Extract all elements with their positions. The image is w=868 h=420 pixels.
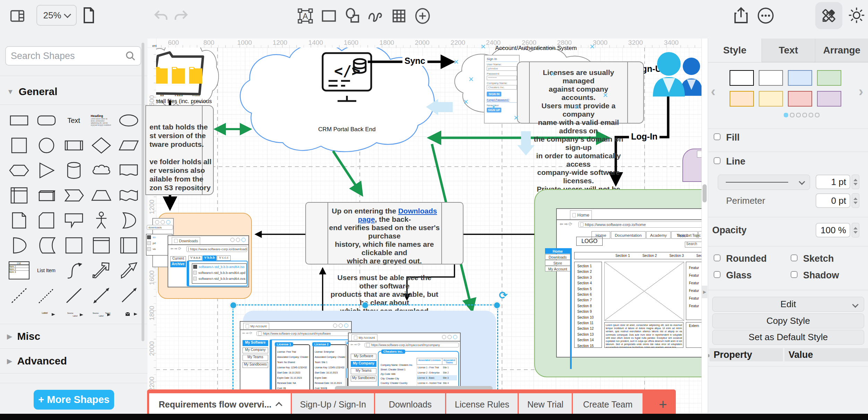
style-carousel-next-icon[interactable]: › xyxy=(859,84,863,99)
sync-label[interactable]: Sync xyxy=(402,56,427,66)
shape-tape[interactable] xyxy=(115,183,142,208)
share-icon[interactable] xyxy=(731,5,751,26)
page-tab[interactable]: New Trial xyxy=(519,393,572,415)
shape-horizontal-container[interactable] xyxy=(87,233,115,258)
shape-heading[interactable]: HeadingLorem ipsum dolor sit amet, conse… xyxy=(87,108,115,133)
version-tab[interactable]: V c.c.c xyxy=(217,255,231,261)
shape-triangle[interactable] xyxy=(33,158,60,183)
section-advanced[interactable]: ▶Advanced xyxy=(7,353,142,369)
shape-diamond[interactable] xyxy=(87,133,115,158)
perimeter-stepper[interactable] xyxy=(852,193,859,208)
page-insert-icon[interactable] xyxy=(80,6,97,25)
copy-style-button[interactable]: Copy Style xyxy=(712,313,864,328)
redo-icon[interactable] xyxy=(172,7,190,25)
carousel-dots[interactable] xyxy=(784,113,819,117)
file-link[interactable]: softwareA-std_b.b.b-amd64.iso xyxy=(192,264,246,270)
style-swatch[interactable] xyxy=(788,70,812,86)
shape-document[interactable] xyxy=(115,158,142,183)
canvas-vscrollbar[interactable] xyxy=(703,184,707,202)
section-general[interactable]: ▼General xyxy=(7,84,142,100)
perimeter-input[interactable]: 0 pt xyxy=(816,193,850,208)
shape-directional-arrow[interactable] xyxy=(115,283,142,308)
shape-vertical-container[interactable] xyxy=(115,233,142,258)
style-carousel-prev-icon[interactable]: ‹ xyxy=(711,84,715,99)
line-width-input[interactable]: 1 pt xyxy=(816,175,850,189)
page-tab-active[interactable]: Requirements flow overvi... xyxy=(149,393,291,415)
shape-dashed-line[interactable] xyxy=(5,283,33,308)
line-style-dropdown[interactable] xyxy=(718,175,810,190)
tab-text[interactable]: Text xyxy=(761,39,815,62)
shape-rounded-rectangle[interactable] xyxy=(33,108,60,133)
password-field[interactable]: ******** xyxy=(487,76,517,80)
home-nav[interactable]: Academy xyxy=(646,231,671,239)
opacity-stepper[interactable] xyxy=(852,223,859,237)
selection-handle[interactable] xyxy=(361,302,369,309)
page-tab[interactable]: License Rules xyxy=(446,393,518,415)
signin-button[interactable]: SIGN IN xyxy=(487,92,501,96)
text-tool-icon[interactable]: A xyxy=(296,6,315,26)
side-nav-store[interactable]: Store xyxy=(545,260,570,266)
shape-cube[interactable] xyxy=(33,183,60,208)
search-shapes-input[interactable]: Search Shapes xyxy=(5,46,141,66)
set-default-style-button[interactable]: Set as Default Style xyxy=(712,330,864,345)
shape-ellipse[interactable] xyxy=(115,108,142,133)
forgot-password-link[interactable]: Forgot Password? xyxy=(485,96,519,102)
glass-checkbox[interactable] xyxy=(714,271,721,278)
shape-text[interactable]: Text xyxy=(60,108,87,133)
shape-mail-link[interactable] xyxy=(115,308,142,320)
selection-handle[interactable] xyxy=(230,302,237,309)
sidebar-scrollbar[interactable] xyxy=(142,43,144,341)
version-tab[interactable]: V b.b.b xyxy=(203,255,216,261)
shape-container[interactable] xyxy=(60,233,87,258)
shape-list[interactable]: ListItem 1Item 2Item 3 xyxy=(5,258,33,283)
shapes-tool-icon[interactable] xyxy=(343,6,362,26)
shape-list-item[interactable]: List Item xyxy=(33,258,60,283)
add-page-button[interactable]: + xyxy=(655,396,671,413)
page-tab[interactable]: Downloads xyxy=(375,393,445,415)
shape-source-target-arrow[interactable]: SourceLabelTarget xyxy=(87,308,115,320)
rotate-handle-icon[interactable]: ⟳ xyxy=(499,289,508,301)
sketch-checkbox[interactable] xyxy=(791,254,798,261)
shape-curve[interactable] xyxy=(60,258,87,283)
shape-callout[interactable] xyxy=(60,208,87,233)
diagram-canvas[interactable]: 6008001000120014001600180020002200240026… xyxy=(147,39,708,413)
style-swatch[interactable] xyxy=(817,91,841,107)
section-misc[interactable]: ▶Misc xyxy=(7,329,142,344)
style-swatch[interactable] xyxy=(759,70,783,86)
home-nav[interactable]: Documentation xyxy=(611,231,646,239)
version-tab[interactable]: V a.a.a xyxy=(188,255,202,261)
shape-note[interactable] xyxy=(5,208,33,233)
username-field[interactable]: johndoe xyxy=(487,66,517,71)
repository-note[interactable]: ent tab holds thest version of thetware … xyxy=(145,105,214,195)
theme-icon[interactable] xyxy=(846,5,867,26)
shape-actor[interactable] xyxy=(87,208,115,233)
line-width-stepper[interactable] xyxy=(852,175,859,189)
shape-step[interactable] xyxy=(60,183,87,208)
line-checkbox[interactable] xyxy=(714,157,721,164)
shape-dotted-line[interactable] xyxy=(33,283,60,308)
shape-source-label-arrow[interactable]: SourceLabel xyxy=(60,308,87,320)
side-nav-downloads[interactable]: Downloads xyxy=(545,254,570,260)
shape-internal-storage[interactable] xyxy=(5,183,33,208)
undo-icon[interactable] xyxy=(152,7,170,25)
more-shapes-button[interactable]: + More Shapes xyxy=(34,390,114,410)
shape-or[interactable] xyxy=(115,208,142,233)
shape-parallelogram[interactable] xyxy=(115,133,142,158)
toggle-panels-icon[interactable] xyxy=(8,6,27,26)
style-swatch[interactable] xyxy=(759,91,783,107)
shape-and[interactable] xyxy=(5,233,33,258)
page-tab[interactable]: Create Team xyxy=(573,393,643,415)
downloads-archive-tab[interactable]: Archive xyxy=(170,262,186,267)
shape-cloud[interactable] xyxy=(87,158,115,183)
shape-line[interactable] xyxy=(60,283,87,308)
shape-circle[interactable] xyxy=(33,133,60,158)
fill-checkbox[interactable] xyxy=(714,133,721,140)
style-swatch[interactable] xyxy=(730,70,754,86)
freehand-tool-icon[interactable] xyxy=(366,6,385,26)
shape-bidirectional-arrow[interactable] xyxy=(87,258,115,283)
shape-link[interactable] xyxy=(5,308,33,320)
rectangle-tool-icon[interactable] xyxy=(319,6,339,26)
style-swatch[interactable] xyxy=(817,70,841,86)
side-nav-myaccount[interactable]: My Account xyxy=(545,266,570,271)
shape-arrow[interactable] xyxy=(115,258,142,283)
